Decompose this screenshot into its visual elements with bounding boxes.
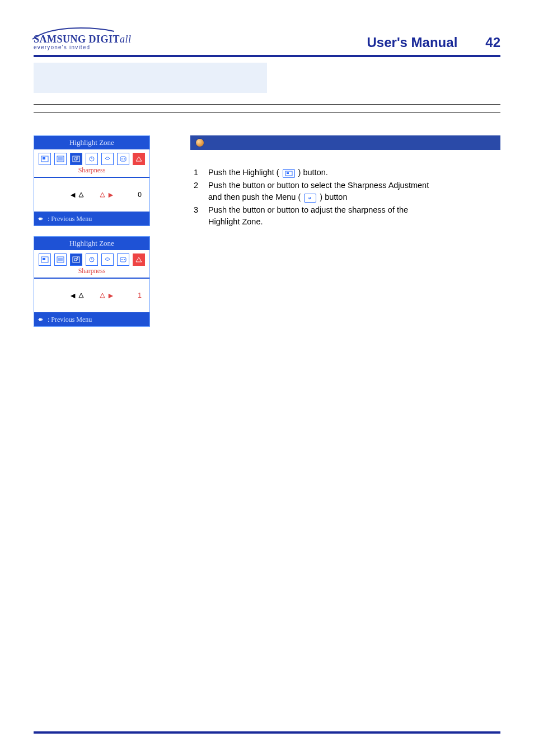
logo-brand-ital: all <box>120 34 132 45</box>
svg-rect-18 <box>73 257 79 262</box>
svg-point-22 <box>121 259 123 260</box>
svg-point-10 <box>121 158 123 159</box>
svg-point-23 <box>124 259 125 260</box>
osd-subtitle: Sharpness <box>34 166 149 177</box>
plug-icon-2 <box>38 317 44 322</box>
step-3: 3 Push the button or button to adjust th… <box>190 204 500 228</box>
menu-heading-bar <box>190 135 500 150</box>
osd-icon-4 <box>86 153 98 165</box>
osd-body: ◄ ► 0 <box>34 178 149 212</box>
osd-value-1: 0 <box>138 191 142 199</box>
osd-icon-3b <box>70 253 82 266</box>
osd-subtitle-2: Sharpness <box>34 267 149 278</box>
svg-rect-6 <box>73 156 79 162</box>
osd-icon-row-2 <box>34 250 149 267</box>
osd-icon-sharpness <box>133 153 145 165</box>
title-block: User's Manual 42 <box>367 35 500 50</box>
step-num-2: 2 <box>190 180 198 203</box>
osd-icon-2b <box>54 253 67 266</box>
plug-icon <box>38 216 44 222</box>
osd-left-arrow-2: ◄ <box>69 291 85 300</box>
osd-title: Highlight Zone <box>34 136 149 149</box>
highlight-button-icon <box>283 169 295 178</box>
osd-body-2: ◄ ► 1 <box>34 279 149 312</box>
svg-rect-25 <box>287 172 289 174</box>
osd-value-2: 1 <box>138 292 142 299</box>
logo-swoosh-icon <box>31 26 115 43</box>
header-divider <box>34 55 500 57</box>
menu-button-icon <box>304 194 316 203</box>
osd-icon-1b <box>39 253 51 266</box>
svg-point-11 <box>124 158 125 159</box>
osd-title-2: Highlight Zone <box>34 237 149 250</box>
svg-rect-1 <box>43 157 45 159</box>
brand-logo: SAMSUNG DIGITall everyone's invited <box>34 34 132 50</box>
osd-icon-4b <box>86 253 98 266</box>
osd-right-arrow: ► <box>99 190 115 199</box>
footer-divider <box>34 731 500 734</box>
osd-panel-2: Highlight Zone Sharpness ◄ ► 1 <box>34 236 150 327</box>
section-band <box>34 104 500 113</box>
svg-rect-13 <box>43 258 45 260</box>
step-num-3: 3 <box>190 204 198 228</box>
osd-panel-1: Highlight Zone Sharpness ◄ ► 0 <box>34 135 150 226</box>
svg-rect-9 <box>120 157 126 161</box>
osd-right-arrow-2: ► <box>99 291 115 300</box>
sub-banner <box>34 63 500 93</box>
instruction-steps: 1 Push the Highlight ( ) button. 2 Push … <box>190 167 500 228</box>
svg-rect-21 <box>120 257 126 262</box>
osd-icon-2 <box>54 153 67 165</box>
manual-title: User's Manual <box>367 35 458 50</box>
osd-left-arrow: ◄ <box>69 190 85 199</box>
step-1: 1 Push the Highlight ( ) button. <box>190 167 500 179</box>
page-number: 42 <box>485 35 500 50</box>
osd-icon-3 <box>70 153 82 165</box>
osd-icon-row <box>34 149 149 166</box>
osd-previous-menu: : Previous Menu <box>34 213 149 226</box>
osd-icon-6 <box>117 153 129 165</box>
osd-icon-5 <box>101 153 114 165</box>
page-header: SAMSUNG DIGITall everyone's invited User… <box>34 34 500 50</box>
osd-icon-sharpness-b <box>133 253 145 266</box>
osd-icon-6b <box>117 253 129 266</box>
osd-previous-menu-2: : Previous Menu <box>34 313 149 326</box>
osd-icon-1 <box>39 153 51 165</box>
osd-icon-5b <box>101 253 114 266</box>
bullet-icon <box>196 139 204 147</box>
step-2: 2 Push the button or button to select th… <box>190 180 500 203</box>
step-num-1: 1 <box>190 167 198 179</box>
